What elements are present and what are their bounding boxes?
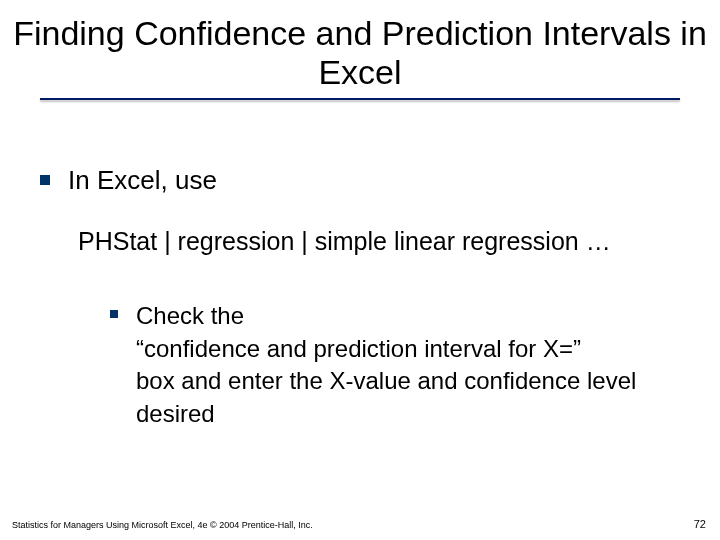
square-bullet-icon	[40, 175, 50, 185]
bullet-level3: Check the“confidence and prediction inte…	[110, 300, 680, 430]
square-bullet-icon	[110, 310, 118, 318]
bullet-level1: In Excel, use	[40, 164, 680, 197]
bullet-level2-text: PHStat | regression | simple linear regr…	[78, 225, 680, 259]
footer-copyright: Statistics for Managers Using Microsoft …	[12, 520, 313, 530]
slide-title: Finding Confidence and Prediction Interv…	[0, 0, 720, 98]
slide: Finding Confidence and Prediction Interv…	[0, 0, 720, 540]
slide-body: In Excel, use PHStat | regression | simp…	[0, 100, 720, 430]
page-number: 72	[694, 518, 706, 530]
bullet-level3-text: Check the“confidence and prediction inte…	[136, 300, 670, 430]
bullet-level1-text: In Excel, use	[68, 164, 217, 197]
